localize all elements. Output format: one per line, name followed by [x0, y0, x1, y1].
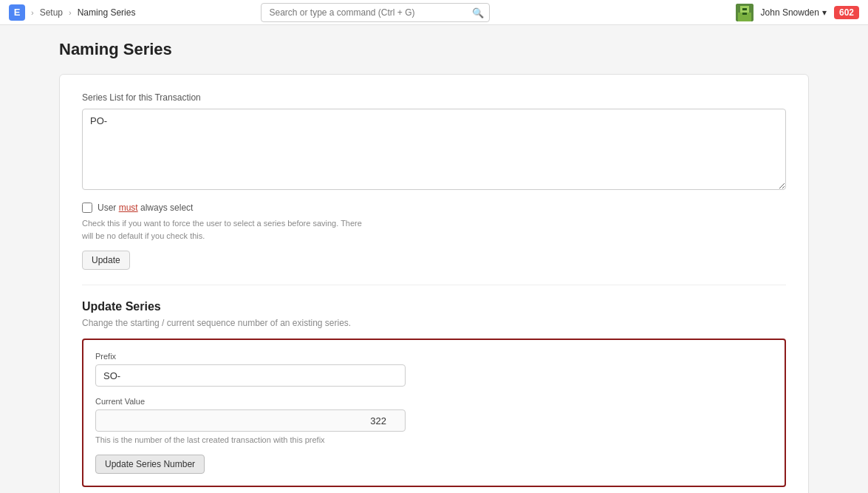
page-wrapper: Naming Series Series List for this Trans… [0, 25, 868, 493]
notification-badge[interactable]: 602 [834, 6, 859, 19]
current-value-input[interactable] [95, 409, 406, 432]
search-input[interactable] [261, 3, 490, 22]
search-wrapper: 🔍 [261, 3, 490, 22]
checkbox-label: User must always select [98, 203, 193, 213]
nav-logo: E [9, 4, 25, 21]
checkbox-row: User must always select [82, 203, 786, 213]
breadcrumb-naming-series: Naming Series [78, 7, 136, 18]
current-value-field-group: Current Value This is the number of the … [95, 397, 773, 444]
series-list-label: Series List for this Transaction [82, 92, 786, 103]
breadcrumb-chevron-1: › [31, 8, 34, 17]
update-series-desc: Change the starting / current sequence n… [82, 318, 786, 328]
svg-rect-3 [742, 8, 745, 10]
section-divider [82, 285, 786, 285]
page-title: Naming Series [0, 40, 868, 59]
current-value-hint: This is the number of the last created t… [95, 435, 773, 444]
breadcrumb-chevron-2: › [69, 8, 72, 17]
prefix-field-group: Prefix [95, 352, 773, 387]
update-series-section: Update Series Change the starting / curr… [82, 300, 786, 487]
prefix-input[interactable] [95, 364, 406, 387]
current-value-label: Current Value [95, 397, 773, 406]
checkbox-description: Check this if you want to force the user… [82, 217, 786, 242]
topnav: E › Setup › Naming Series 🔍 John Snowden… [0, 0, 868, 25]
series-list-textarea[interactable]: PO- [82, 109, 786, 190]
nav-right: John Snowden ▾ 602 [736, 4, 859, 21]
prefix-label: Prefix [95, 352, 773, 361]
svg-rect-5 [742, 13, 747, 15]
avatar [736, 4, 753, 21]
update-series-number-button[interactable]: Update Series Number [95, 455, 205, 474]
must-select-checkbox[interactable] [82, 203, 92, 213]
main-card: Series List for this Transaction PO- Use… [59, 74, 809, 493]
update-series-title: Update Series [82, 300, 786, 313]
avatar-image [736, 4, 753, 21]
search-icon: 🔍 [472, 7, 484, 18]
svg-rect-4 [745, 8, 747, 10]
breadcrumb-setup[interactable]: Setup [40, 7, 63, 18]
update-series-box: Prefix Current Value This is the number … [82, 339, 786, 487]
series-list-section: Series List for this Transaction PO- Use… [82, 92, 786, 270]
update-button[interactable]: Update [82, 251, 130, 270]
user-name-label[interactable]: John Snowden ▾ [761, 7, 827, 18]
